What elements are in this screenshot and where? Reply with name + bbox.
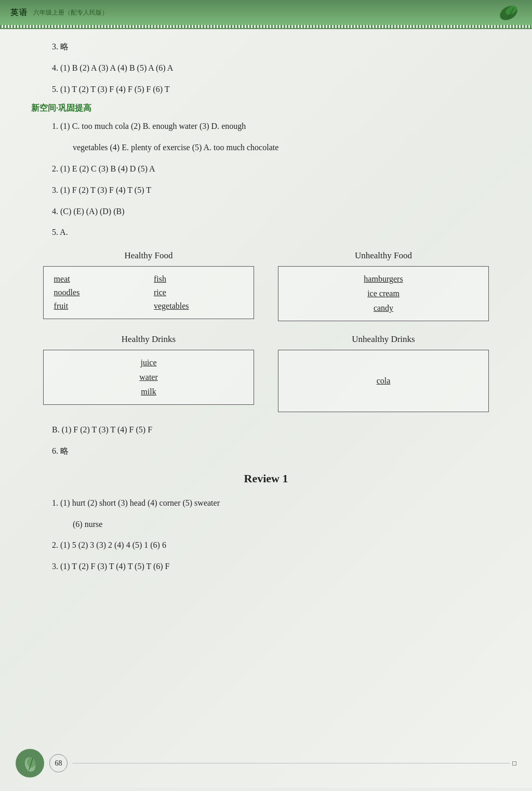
page-number: 68 [49, 754, 68, 772]
header-leaf-icon [496, 3, 522, 23]
food-item-rice: rice [154, 288, 243, 297]
drink-item-milk: milk [141, 387, 156, 397]
answer-q2: 2. (1) E (2) C (3) B (4) D (5) A [31, 162, 501, 177]
page-header: 英语 六年级上册（配专人民版） [0, 0, 532, 25]
unhealthy-food-single: hamburgers ice cream candy [289, 274, 478, 313]
healthy-food-column: Healthy Food meat fish noodles rice frui… [43, 251, 255, 321]
answer-qB: B. (1) F (2) T (3) T (4) F (5) F [31, 423, 501, 438]
healthy-food-box: meat fish noodles rice fruit vegetables [43, 266, 255, 319]
answer-q1b: vegetables (4) E. plenty of exercise (5)… [31, 140, 501, 155]
food-item-hamburgers: hamburgers [364, 274, 403, 284]
healthy-drinks-column: Healthy Drinks juice water milk [43, 334, 255, 412]
review-r1a: 1. (1) hurt (2) short (3) head (4) corne… [31, 496, 501, 511]
footer-dotted-line [73, 763, 510, 763]
food-tables-row: Healthy Food meat fish noodles rice frui… [31, 251, 501, 321]
answer-q5: 5. A. [31, 225, 501, 240]
unhealthy-food-column: Unhealthy Food hamburgers ice cream cand… [278, 251, 489, 321]
answer-line-5: 5. (1) T (2) T (3) F (4) F (5) F (6) T [31, 82, 501, 97]
food-item-ice-cream: ice cream [367, 289, 400, 298]
answer-line-3: 3. 略 [31, 39, 501, 55]
page-footer: 68 [0, 749, 532, 777]
review-r2: 2. (1) 5 (2) 3 (3) 2 (4) 4 (5) 1 (6) 6 [31, 538, 501, 553]
section-title: 新空间·巩固提高 [31, 103, 501, 114]
header-dotted-line [0, 25, 532, 29]
answer-q1a: 1. (1) C. too much cola (2) B. enough wa… [31, 119, 501, 134]
footer-square-icon [512, 761, 516, 766]
food-item-fish: fish [154, 274, 243, 284]
food-item-fruit: fruit [54, 301, 143, 311]
food-item-noodles: noodles [54, 288, 143, 297]
drink-item-water: water [139, 373, 158, 382]
review-r1b: (6) nurse [31, 517, 501, 532]
footer-leaf-icon [16, 749, 44, 777]
unhealthy-food-box: hamburgers ice cream candy [278, 266, 489, 321]
answer-q4: 4. (C) (E) (A) (D) (B) [31, 204, 501, 219]
drinks-tables-row: Healthy Drinks juice water milk Unhealth… [31, 334, 501, 412]
unhealthy-food-title: Unhealthy Food [355, 251, 412, 261]
unhealthy-drinks-title: Unhealthy Drinks [352, 334, 415, 345]
healthy-food-title: Healthy Food [124, 251, 172, 261]
unhealthy-drinks-box: cola [278, 350, 489, 412]
unhealthy-drinks-column: Unhealthy Drinks cola [278, 334, 489, 412]
food-item-candy: candy [374, 304, 393, 313]
food-item-vegetables: vegetables [154, 301, 243, 311]
healthy-food-grid: meat fish noodles rice fruit vegetables [54, 274, 244, 311]
drink-item-juice: juice [140, 358, 156, 367]
subject-title: 英语 [10, 8, 28, 18]
healthy-drinks-box: juice water milk [43, 350, 255, 405]
answer-line-4: 4. (1) B (2) A (3) A (4) B (5) A (6) A [31, 61, 501, 76]
healthy-drinks-title: Healthy Drinks [122, 334, 176, 345]
answer-q6: 6. 略 [31, 444, 501, 459]
review-title: Review 1 [31, 472, 501, 485]
page-content: 3. 略 4. (1) B (2) A (3) A (4) B (5) A (6… [0, 29, 532, 788]
grade-subtitle: 六年级上册（配专人民版） [33, 8, 108, 17]
food-item-meat: meat [54, 274, 143, 284]
answer-q3: 3. (1) F (2) T (3) F (4) T (5) T [31, 183, 501, 198]
food-section: Healthy Food meat fish noodles rice frui… [31, 251, 501, 412]
review-r3: 3. (1) T (2) F (3) T (4) T (5) T (6) F [31, 559, 501, 574]
drink-item-cola: cola [377, 376, 391, 386]
